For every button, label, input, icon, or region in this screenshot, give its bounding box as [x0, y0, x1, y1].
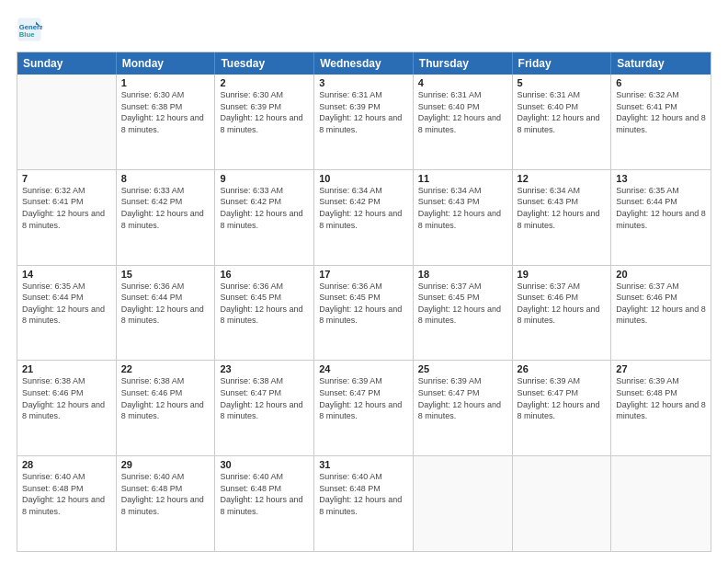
day-number: 23	[220, 363, 309, 374]
header: General Blue	[17, 17, 711, 42]
day-number: 30	[220, 459, 309, 470]
cell-info: Sunrise: 6:34 AMSunset: 6:42 PMDaylight:…	[319, 185, 408, 231]
cell-info: Sunrise: 6:30 AMSunset: 6:39 PMDaylight:…	[220, 89, 309, 135]
calendar-cell	[513, 456, 612, 551]
cell-info: Sunrise: 6:40 AMSunset: 6:48 PMDaylight:…	[220, 471, 309, 517]
calendar-cell: 2Sunrise: 6:30 AMSunset: 6:39 PMDaylight…	[215, 75, 314, 169]
calendar: SundayMondayTuesdayWednesdayThursdayFrid…	[17, 52, 711, 552]
cell-info: Sunrise: 6:38 AMSunset: 6:47 PMDaylight:…	[220, 375, 309, 421]
calendar-cell: 18Sunrise: 6:37 AMSunset: 6:45 PMDayligh…	[414, 266, 513, 361]
day-number: 6	[616, 77, 706, 88]
cell-info: Sunrise: 6:33 AMSunset: 6:42 PMDaylight:…	[220, 185, 309, 231]
calendar-cell: 14Sunrise: 6:35 AMSunset: 6:44 PMDayligh…	[17, 266, 117, 361]
day-number: 12	[518, 173, 607, 184]
calendar-cell: 28Sunrise: 6:40 AMSunset: 6:48 PMDayligh…	[17, 456, 117, 551]
cell-info: Sunrise: 6:40 AMSunset: 6:48 PMDaylight:…	[319, 471, 408, 517]
cell-info: Sunrise: 6:32 AMSunset: 6:41 PMDaylight:…	[616, 89, 706, 135]
header-day-wednesday: Wednesday	[314, 52, 414, 75]
calendar-cell: 26Sunrise: 6:39 AMSunset: 6:47 PMDayligh…	[513, 361, 612, 455]
cell-info: Sunrise: 6:37 AMSunset: 6:45 PMDaylight:…	[418, 281, 507, 327]
calendar-cell: 15Sunrise: 6:36 AMSunset: 6:44 PMDayligh…	[117, 266, 216, 361]
calendar-cell: 19Sunrise: 6:37 AMSunset: 6:46 PMDayligh…	[513, 266, 612, 361]
cell-info: Sunrise: 6:31 AMSunset: 6:39 PMDaylight:…	[319, 89, 408, 135]
calendar-cell: 4Sunrise: 6:31 AMSunset: 6:40 PMDaylight…	[414, 75, 513, 169]
day-number: 7	[22, 173, 111, 184]
logo: General Blue	[17, 17, 46, 42]
cell-info: Sunrise: 6:36 AMSunset: 6:45 PMDaylight:…	[220, 281, 309, 327]
day-number: 28	[22, 459, 111, 470]
calendar-cell: 30Sunrise: 6:40 AMSunset: 6:48 PMDayligh…	[215, 456, 314, 551]
cell-info: Sunrise: 6:33 AMSunset: 6:42 PMDaylight:…	[121, 185, 210, 231]
day-number: 5	[518, 77, 607, 88]
page: General Blue SundayMondayTuesdayWednesda…	[0, 0, 728, 563]
day-number: 19	[518, 269, 607, 280]
calendar-cell: 8Sunrise: 6:33 AMSunset: 6:42 PMDaylight…	[117, 170, 216, 265]
calendar-cell	[17, 75, 117, 169]
calendar-cell: 24Sunrise: 6:39 AMSunset: 6:47 PMDayligh…	[314, 361, 414, 455]
calendar-cell: 12Sunrise: 6:34 AMSunset: 6:43 PMDayligh…	[513, 170, 612, 265]
cell-info: Sunrise: 6:40 AMSunset: 6:48 PMDaylight:…	[22, 471, 111, 517]
calendar-cell: 9Sunrise: 6:33 AMSunset: 6:42 PMDaylight…	[215, 170, 314, 265]
cell-info: Sunrise: 6:38 AMSunset: 6:46 PMDaylight:…	[22, 375, 111, 421]
day-number: 24	[319, 363, 408, 374]
calendar-cell	[414, 456, 513, 551]
header-day-tuesday: Tuesday	[215, 52, 314, 75]
day-number: 9	[220, 173, 309, 184]
cell-info: Sunrise: 6:34 AMSunset: 6:43 PMDaylight:…	[518, 185, 607, 231]
day-number: 4	[418, 77, 507, 88]
cell-info: Sunrise: 6:31 AMSunset: 6:40 PMDaylight:…	[418, 89, 507, 135]
day-number: 2	[220, 77, 309, 88]
calendar-cell: 16Sunrise: 6:36 AMSunset: 6:45 PMDayligh…	[215, 266, 314, 361]
calendar-cell: 25Sunrise: 6:39 AMSunset: 6:47 PMDayligh…	[414, 361, 513, 455]
calendar-cell: 13Sunrise: 6:35 AMSunset: 6:44 PMDayligh…	[611, 170, 711, 265]
calendar-cell	[611, 456, 711, 551]
day-number: 3	[319, 77, 408, 88]
svg-text:Blue: Blue	[19, 30, 35, 39]
cell-info: Sunrise: 6:37 AMSunset: 6:46 PMDaylight:…	[616, 281, 706, 327]
day-number: 1	[121, 77, 210, 88]
calendar-row-1: 7Sunrise: 6:32 AMSunset: 6:41 PMDaylight…	[17, 170, 711, 266]
day-number: 15	[121, 269, 210, 280]
calendar-cell: 10Sunrise: 6:34 AMSunset: 6:42 PMDayligh…	[314, 170, 414, 265]
day-number: 21	[22, 363, 111, 374]
day-number: 25	[418, 363, 507, 374]
calendar-row-3: 21Sunrise: 6:38 AMSunset: 6:46 PMDayligh…	[17, 361, 711, 456]
cell-info: Sunrise: 6:37 AMSunset: 6:46 PMDaylight:…	[518, 281, 607, 327]
day-number: 27	[616, 363, 706, 374]
cell-info: Sunrise: 6:36 AMSunset: 6:45 PMDaylight:…	[319, 281, 408, 327]
day-number: 22	[121, 363, 210, 374]
cell-info: Sunrise: 6:35 AMSunset: 6:44 PMDaylight:…	[22, 281, 111, 327]
day-number: 8	[121, 173, 210, 184]
calendar-cell: 27Sunrise: 6:39 AMSunset: 6:48 PMDayligh…	[611, 361, 711, 455]
calendar-cell: 6Sunrise: 6:32 AMSunset: 6:41 PMDaylight…	[611, 75, 711, 169]
cell-info: Sunrise: 6:35 AMSunset: 6:44 PMDaylight:…	[616, 185, 706, 231]
calendar-row-2: 14Sunrise: 6:35 AMSunset: 6:44 PMDayligh…	[17, 266, 711, 362]
calendar-row-4: 28Sunrise: 6:40 AMSunset: 6:48 PMDayligh…	[17, 456, 711, 551]
day-number: 10	[319, 173, 408, 184]
calendar-body: 1Sunrise: 6:30 AMSunset: 6:38 PMDaylight…	[17, 75, 711, 551]
cell-info: Sunrise: 6:38 AMSunset: 6:46 PMDaylight:…	[121, 375, 210, 421]
day-number: 31	[319, 459, 408, 470]
cell-info: Sunrise: 6:36 AMSunset: 6:44 PMDaylight:…	[121, 281, 210, 327]
header-day-saturday: Saturday	[611, 52, 711, 75]
day-number: 16	[220, 269, 309, 280]
cell-info: Sunrise: 6:40 AMSunset: 6:48 PMDaylight:…	[121, 471, 210, 517]
calendar-cell: 29Sunrise: 6:40 AMSunset: 6:48 PMDayligh…	[117, 456, 216, 551]
cell-info: Sunrise: 6:39 AMSunset: 6:47 PMDaylight:…	[418, 375, 507, 421]
calendar-cell: 21Sunrise: 6:38 AMSunset: 6:46 PMDayligh…	[17, 361, 117, 455]
cell-info: Sunrise: 6:34 AMSunset: 6:43 PMDaylight:…	[418, 185, 507, 231]
calendar-cell: 7Sunrise: 6:32 AMSunset: 6:41 PMDaylight…	[17, 170, 117, 265]
day-number: 17	[319, 269, 408, 280]
calendar-row-0: 1Sunrise: 6:30 AMSunset: 6:38 PMDaylight…	[17, 75, 711, 170]
day-number: 26	[518, 363, 607, 374]
day-number: 13	[616, 173, 706, 184]
calendar-cell: 22Sunrise: 6:38 AMSunset: 6:46 PMDayligh…	[117, 361, 216, 455]
calendar-cell: 3Sunrise: 6:31 AMSunset: 6:39 PMDaylight…	[314, 75, 414, 169]
calendar-cell: 17Sunrise: 6:36 AMSunset: 6:45 PMDayligh…	[314, 266, 414, 361]
calendar-header: SundayMondayTuesdayWednesdayThursdayFrid…	[17, 52, 711, 75]
day-number: 20	[616, 269, 706, 280]
cell-info: Sunrise: 6:31 AMSunset: 6:40 PMDaylight:…	[518, 89, 607, 135]
day-number: 11	[418, 173, 507, 184]
calendar-cell: 20Sunrise: 6:37 AMSunset: 6:46 PMDayligh…	[611, 266, 711, 361]
calendar-cell: 1Sunrise: 6:30 AMSunset: 6:38 PMDaylight…	[117, 75, 216, 169]
